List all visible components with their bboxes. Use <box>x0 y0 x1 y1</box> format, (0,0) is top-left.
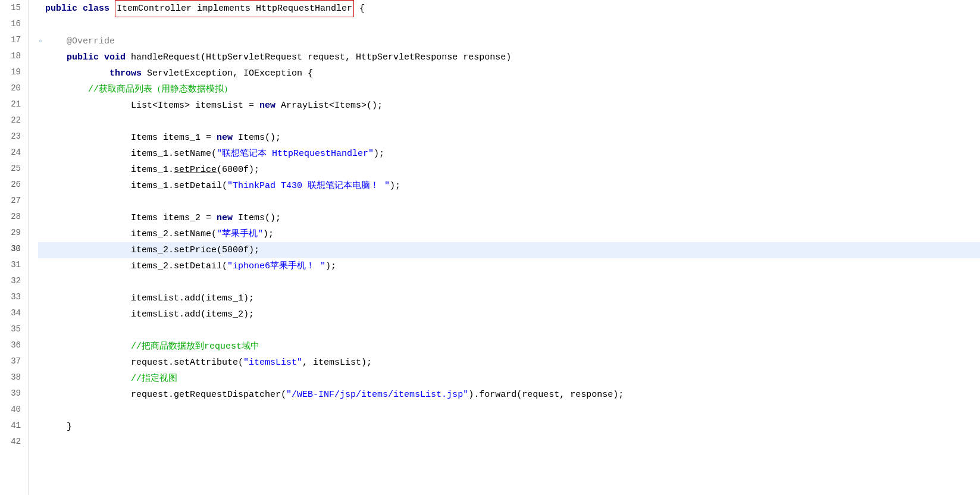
code-token: i <box>201 242 206 258</box>
code-token: setPrice <box>174 162 217 178</box>
line-number: 34 <box>5 305 21 321</box>
gutter-mark <box>38 17 45 33</box>
code-token: "iphone6苹果手机！ " <box>227 258 325 274</box>
code-token: ce(5000f); <box>206 242 259 258</box>
gutter-mark <box>38 130 45 146</box>
gutter-mark <box>38 146 45 162</box>
gutter-mark <box>38 419 45 435</box>
gutter-mark <box>38 114 45 130</box>
line-number: 41 <box>5 418 21 434</box>
code-token <box>45 49 67 65</box>
code-token: , itemsList); <box>302 355 372 371</box>
code-token: ArrayList<Items>(); <box>281 98 383 114</box>
code-token: items_2.setName( <box>45 226 217 242</box>
code-token: "苹果手机" <box>217 226 263 242</box>
code-token: request.getRequestDispatcher( <box>45 387 286 403</box>
line-number: 42 <box>5 434 21 450</box>
code-line: Items items_1 = new Items(); <box>38 130 980 146</box>
code-token: List<Items> itemsList = <box>45 98 259 114</box>
gutter-mark <box>38 49 45 65</box>
code-token: Items(); <box>238 210 281 226</box>
line-number: 35 <box>5 321 21 337</box>
line-number-gutter: 1516171819202122232425262728293031323334… <box>0 0 29 495</box>
code-line: public class ItemController implements H… <box>38 0 980 17</box>
line-number: 27 <box>5 193 21 209</box>
code-token: handleRequest(HttpServletRequest request… <box>131 49 511 65</box>
code-line: items_1.setName("联想笔记本 HttpRequestHandle… <box>38 146 980 162</box>
code-token: items_1. <box>45 162 174 178</box>
code-token: class <box>83 1 115 17</box>
code-line: request.getRequestDispatcher("/WEB-INF/j… <box>38 387 980 403</box>
line-number: 38 <box>5 369 21 386</box>
code-token: items_1.setDetail( <box>45 178 227 194</box>
gutter-mark <box>38 339 45 355</box>
line-number: 16 <box>5 16 21 32</box>
gutter-mark <box>38 371 45 387</box>
line-number: 19 <box>5 64 21 80</box>
code-line <box>38 435 980 451</box>
code-line: } <box>38 419 980 435</box>
code-line <box>38 194 980 210</box>
code-token: Items(); <box>238 130 281 146</box>
code-line: Items items_2 = new Items(); <box>38 210 980 226</box>
line-number: 18 <box>5 48 21 64</box>
gutter-mark <box>38 242 45 258</box>
code-line: //获取商品列表（用静态数据模拟） <box>38 82 980 98</box>
code-line: //指定视图 <box>38 371 980 387</box>
code-line <box>38 403 980 419</box>
gutter-mark <box>38 194 45 210</box>
code-token: throws <box>109 65 142 82</box>
line-number: 17 <box>5 32 21 48</box>
gutter-mark <box>38 322 45 339</box>
code-token: (6000f); <box>217 162 259 178</box>
gutter-mark <box>38 290 45 306</box>
gutter-mark <box>38 306 45 322</box>
gutter-mark <box>38 226 45 242</box>
gutter-mark <box>38 1 45 17</box>
code-area[interactable]: public class ItemController implements H… <box>29 0 980 495</box>
code-token: void <box>104 49 131 65</box>
line-number: 23 <box>5 129 21 145</box>
code-token: //指定视图 <box>131 371 177 387</box>
code-token: itemsList.add(items_1); <box>45 290 254 306</box>
code-token: "/WEB-INF/jsp/items/itemsList.jsp" <box>286 387 468 403</box>
line-number: 20 <box>5 80 21 96</box>
line-number: 37 <box>5 353 21 369</box>
code-token: ); <box>390 178 400 194</box>
gutter-mark <box>38 82 45 98</box>
code-token: @Override <box>45 33 115 49</box>
code-line: items_1.setDetail("ThinkPad T430 联想笔记本电脑… <box>38 178 980 194</box>
code-token: itemsList.add(items_2); <box>45 306 254 322</box>
code-line: items_2.setName("苹果手机"); <box>38 226 980 242</box>
gutter-mark <box>38 435 45 451</box>
code-token: { <box>354 1 365 17</box>
code-token: Items items_1 = <box>45 130 217 146</box>
line-number: 40 <box>5 402 21 418</box>
line-number: 26 <box>5 177 21 193</box>
code-token: new <box>259 98 281 114</box>
code-line: ◦ @Override <box>38 33 980 49</box>
code-line: items_1.setPrice(6000f); <box>38 162 980 178</box>
gutter-mark <box>38 403 45 419</box>
line-number: 15 <box>5 0 21 16</box>
gutter-mark <box>38 387 45 403</box>
line-number: 25 <box>5 161 21 177</box>
code-token: ); <box>325 258 336 274</box>
code-token: public <box>45 1 83 17</box>
code-line: request.setAttribute("itemsList", itemsL… <box>38 355 980 371</box>
gutter-mark <box>38 98 45 114</box>
code-token: items_2.setDetail( <box>45 258 227 274</box>
gutter-mark: ◦ <box>38 33 45 49</box>
code-token <box>45 371 131 387</box>
code-token: public <box>67 49 104 65</box>
gutter-mark <box>38 65 45 82</box>
code-line: List<Items> itemsList = new ArrayList<It… <box>38 98 980 114</box>
gutter-mark <box>38 258 45 274</box>
code-editor: 1516171819202122232425262728293031323334… <box>0 0 980 495</box>
code-token: } <box>45 419 72 435</box>
code-token <box>45 65 109 82</box>
code-token: items_1.setName( <box>45 146 217 162</box>
line-number: 31 <box>5 257 21 273</box>
code-token: new <box>217 210 238 226</box>
line-number: 33 <box>5 289 21 305</box>
